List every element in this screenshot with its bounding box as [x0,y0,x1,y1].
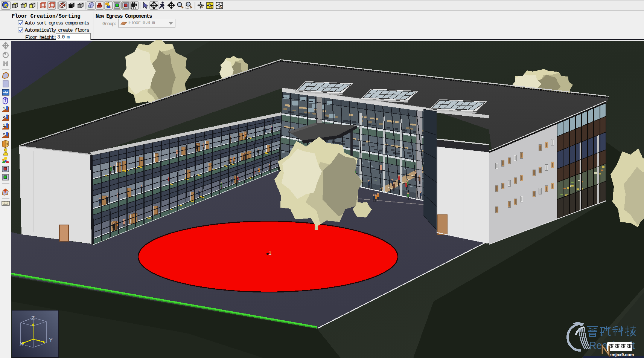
svg-text:1: 1 [3,124,5,127]
svg-text:X: X [20,340,23,347]
svg-text:2: 2 [3,115,5,119]
svg-text:Z: Z [31,315,35,321]
svg-text:Y: Y [49,337,53,343]
svg-text:1: 1 [269,250,271,256]
svg-text:1: 1 [3,106,5,110]
svg-text:2: 2 [3,132,5,136]
svg-text:zmjax9.com: zmjax9.com [609,352,634,357]
